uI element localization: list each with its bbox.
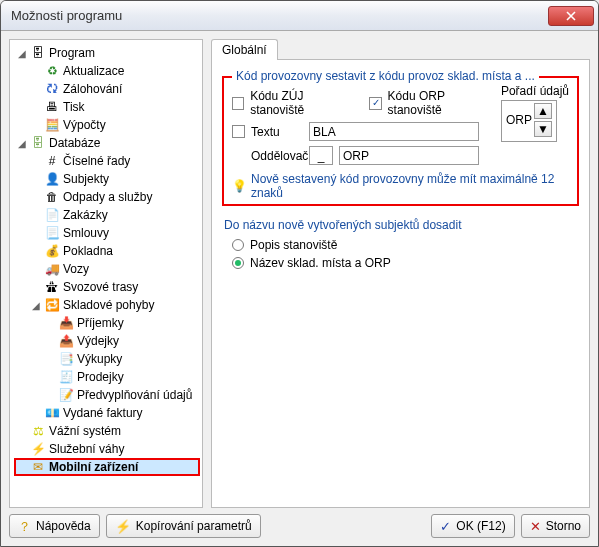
tree-node-sluzebni-vahy[interactable]: ⚡Služební váhy bbox=[14, 440, 200, 458]
tree-node-subjekty[interactable]: 👤Subjekty bbox=[28, 170, 200, 188]
order-box: ORP ▲ ▼ bbox=[501, 100, 557, 142]
input-textu[interactable] bbox=[309, 122, 479, 141]
radio-popis-label: Popis stanoviště bbox=[250, 238, 337, 252]
close-button[interactable] bbox=[548, 6, 594, 26]
tree-node-ciselne-rady[interactable]: #Číselné řady bbox=[28, 152, 200, 170]
tree-node-pokladna[interactable]: 💰Pokladna bbox=[28, 242, 200, 260]
number-icon: # bbox=[44, 153, 60, 169]
bolt-icon: ⚡ bbox=[30, 441, 46, 457]
inbox-icon: 📥 bbox=[58, 315, 74, 331]
tree-node-vazni-system[interactable]: ⚖Vážní systém bbox=[14, 422, 200, 440]
tree-label: Skladové pohyby bbox=[63, 298, 154, 312]
radio-nazev-label: Název sklad. místa a ORP bbox=[250, 256, 391, 270]
collapse-icon[interactable]: ◢ bbox=[16, 48, 27, 59]
tree-label: Program bbox=[49, 46, 95, 60]
tree-label: Svozové trasy bbox=[63, 280, 138, 294]
tree-node-tisk[interactable]: 🖶Tisk bbox=[28, 98, 200, 116]
tree-node-svozove-trasy[interactable]: 🛣Svozové trasy bbox=[28, 278, 200, 296]
tree-panel: ◢ 🗄 Program ♻Aktualizace 🗘Zálohování 🖶Ti… bbox=[9, 39, 203, 508]
tree-label: Vozy bbox=[63, 262, 89, 276]
window-title: Možnosti programu bbox=[11, 8, 548, 23]
checkbox-orp[interactable] bbox=[369, 97, 381, 110]
tree-label: Vydané faktury bbox=[63, 406, 143, 420]
mobile-icon: ✉ bbox=[30, 459, 46, 475]
help-button[interactable]: ？Nápověda bbox=[9, 514, 100, 538]
tree-node-program[interactable]: ◢ 🗄 Program bbox=[14, 44, 200, 62]
tree-label: Aktualizace bbox=[63, 64, 124, 78]
collapse-icon[interactable]: ◢ bbox=[16, 138, 27, 149]
tree-node-mobilni-zarizeni[interactable]: ✉Mobilní zařízení bbox=[14, 458, 200, 476]
options-window: Možnosti programu ◢ 🗄 Program bbox=[0, 0, 599, 547]
database-icon: 🗄 bbox=[30, 135, 46, 151]
preview-field bbox=[339, 146, 479, 165]
tree-label: Smlouvy bbox=[63, 226, 109, 240]
scale-icon: ⚖ bbox=[30, 423, 46, 439]
tree-node-smlouvy[interactable]: 📃Smlouvy bbox=[28, 224, 200, 242]
tree-node-databaze[interactable]: ◢ 🗄 Databáze bbox=[14, 134, 200, 152]
checkbox-textu[interactable] bbox=[232, 125, 245, 138]
radio-nazev[interactable] bbox=[232, 257, 244, 269]
sale-icon: 🧾 bbox=[58, 369, 74, 385]
tree-label: Tisk bbox=[63, 100, 85, 114]
lightbulb-icon: 💡 bbox=[232, 179, 247, 193]
copy-params-button[interactable]: ⚡Kopírování parametrů bbox=[106, 514, 261, 538]
tree-node-aktualizace[interactable]: ♻Aktualizace bbox=[28, 62, 200, 80]
tab-content: Kód provozovny sestavit z kódu provoz sk… bbox=[211, 59, 590, 508]
title-bar: Možnosti programu bbox=[1, 1, 598, 31]
options-tree: ◢ 🗄 Program ♻Aktualizace 🗘Zálohování 🖶Ti… bbox=[12, 44, 200, 476]
tree-label: Předvyplňování údajů bbox=[77, 388, 192, 402]
bolt-icon: ⚡ bbox=[115, 520, 131, 533]
radio-row-nazev[interactable]: Název sklad. místa a ORP bbox=[232, 256, 579, 270]
order-label: Pořadí údajů bbox=[501, 84, 569, 98]
tree-label: Zakázky bbox=[63, 208, 108, 222]
label-oddelovac: Oddělovač bbox=[251, 149, 303, 163]
prefill-icon: 📝 bbox=[58, 387, 74, 403]
tree-label: Příjemky bbox=[77, 316, 124, 330]
button-label: OK (F12) bbox=[456, 519, 505, 533]
trash-icon: 🗑 bbox=[44, 189, 60, 205]
order-up-button[interactable]: ▲ bbox=[534, 103, 552, 119]
group-kod-provozovny: Kód provozovny sestavit z kódu provoz sk… bbox=[222, 76, 579, 206]
order-down-button[interactable]: ▼ bbox=[534, 121, 552, 137]
checkbox-zuj[interactable] bbox=[232, 97, 244, 110]
radio-popis[interactable] bbox=[232, 239, 244, 251]
tree-node-vydane-faktury[interactable]: 💶Vydané faktury bbox=[28, 404, 200, 422]
arrow-up-icon: ▲ bbox=[537, 104, 549, 118]
tree-label: Prodejky bbox=[77, 370, 124, 384]
tree-label: Výkupky bbox=[77, 352, 122, 366]
button-bar: ？Nápověda ⚡Kopírování parametrů ✓OK (F12… bbox=[9, 514, 590, 538]
tab-global[interactable]: Globální bbox=[211, 39, 278, 60]
tree-node-predvyplnovani[interactable]: 📝Předvyplňování údajů bbox=[42, 386, 200, 404]
tree-node-vypocty[interactable]: 🧮Výpočty bbox=[28, 116, 200, 134]
tree-label: Výdejky bbox=[77, 334, 119, 348]
ok-button[interactable]: ✓OK (F12) bbox=[431, 514, 514, 538]
outbox-icon: 📤 bbox=[58, 333, 74, 349]
radio-row-popis[interactable]: Popis stanoviště bbox=[232, 238, 579, 252]
tree-node-vykupky[interactable]: 📑Výkupky bbox=[42, 350, 200, 368]
cash-icon: 💰 bbox=[44, 243, 60, 259]
tree-node-zakazky[interactable]: 📄Zakázky bbox=[28, 206, 200, 224]
checkbox-textu-label: Textu bbox=[251, 125, 303, 139]
input-oddelovac[interactable] bbox=[309, 146, 333, 165]
tip-row: 💡 Nově sestavený kód provozovny může mít… bbox=[232, 172, 569, 200]
tree-node-prodejky[interactable]: 🧾Prodejky bbox=[42, 368, 200, 386]
button-label: Kopírování parametrů bbox=[136, 519, 252, 533]
main-area: ◢ 🗄 Program ♻Aktualizace 🗘Zálohování 🖶Ti… bbox=[9, 39, 590, 508]
tree-node-prijemky[interactable]: 📥Příjemky bbox=[42, 314, 200, 332]
tree-label: Databáze bbox=[49, 136, 100, 150]
route-icon: 🛣 bbox=[44, 279, 60, 295]
collapse-icon[interactable]: ◢ bbox=[30, 300, 41, 311]
transfer-icon: 🔁 bbox=[44, 297, 60, 313]
window-body: ◢ 🗄 Program ♻Aktualizace 🗘Zálohování 🖶Ti… bbox=[1, 31, 598, 546]
refresh-icon: ♻ bbox=[44, 63, 60, 79]
checkbox-zuj-label: Kódu ZÚJ stanoviště bbox=[250, 89, 352, 117]
tree-label: Mobilní zařízení bbox=[49, 460, 138, 474]
cancel-button[interactable]: ✕Storno bbox=[521, 514, 590, 538]
tree-node-skladove-pohyby[interactable]: ◢🔁Skladové pohyby bbox=[28, 296, 200, 314]
tree-node-vozy[interactable]: 🚚Vozy bbox=[28, 260, 200, 278]
tree-label: Pokladna bbox=[63, 244, 113, 258]
tree-node-odpady[interactable]: 🗑Odpady a služby bbox=[28, 188, 200, 206]
tree-node-vydejky[interactable]: 📤Výdejky bbox=[42, 332, 200, 350]
help-icon: ？ bbox=[18, 520, 31, 533]
tree-node-zalohovani[interactable]: 🗘Zálohování bbox=[28, 80, 200, 98]
